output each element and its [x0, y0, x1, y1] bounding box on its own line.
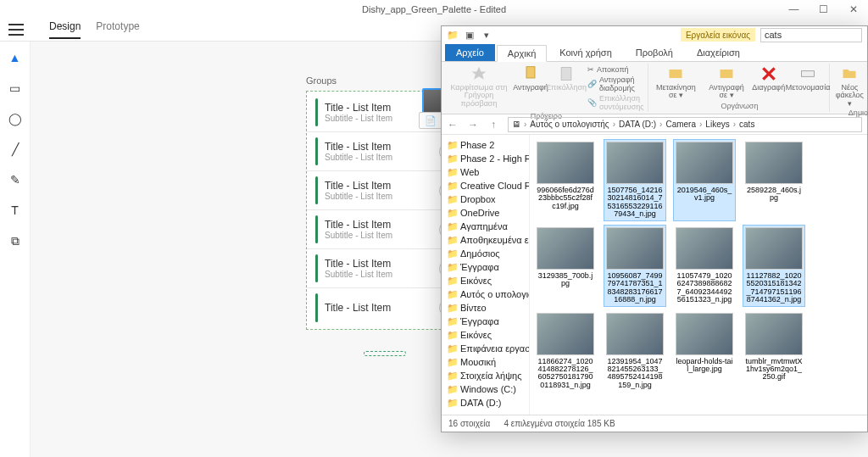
file-name: 11057479_102062473898886827_640923444925… — [676, 272, 733, 304]
file-item[interactable]: 11127882_10205520315181342_7147971511968… — [743, 226, 804, 306]
file-item[interactable]: 996066fe6d276d23bbbc55c2f28fc19f.jpg — [535, 140, 596, 220]
file-item[interactable]: 11057479_102062473898886827_640923444925… — [674, 226, 735, 306]
menu-icon[interactable] — [8, 24, 24, 36]
move-to-button[interactable]: Μετακίνηση σε ▾ — [654, 65, 699, 100]
nav-forward-button[interactable]: → — [467, 119, 479, 131]
pin-button[interactable]: Καρφίτσωμα στη Γρήγορη πρόσβαση — [448, 65, 509, 108]
tree-node[interactable]: 📁DATA (D:) — [442, 396, 529, 410]
pc-icon: 🖥 — [512, 120, 520, 129]
tree-node[interactable]: 📁Αυτός ο υπολογισ — [442, 287, 529, 301]
folder-icon: 📁 — [447, 181, 457, 191]
line-tool[interactable]: ╱ — [8, 142, 23, 157]
delete-button[interactable]: Διαγραφή — [754, 65, 783, 92]
tree-node[interactable]: 📁Δημόσιος — [442, 247, 529, 260]
nav-back-button[interactable]: ← — [447, 119, 459, 131]
rect-tool[interactable]: ▭ — [8, 81, 23, 96]
folder-icon: 📁 — [447, 248, 457, 259]
breadcrumb[interactable]: 🖥 ›Αυτός ο υπολογιστής ›DATA (D:) ›Camer… — [508, 117, 862, 132]
tree-node[interactable]: 📁Phase 2 — [442, 138, 529, 152]
artboard-tool[interactable]: ⧉ — [8, 233, 23, 248]
qat-properties-icon[interactable]: ▣ — [464, 29, 476, 41]
file-item[interactable]: 10956087_749979741787351_183482831766171… — [604, 226, 665, 306]
qat-newfolder-icon[interactable]: ▾ — [481, 29, 492, 41]
file-item[interactable]: leopard-holds-tail_large.jpg — [674, 311, 735, 392]
slider-handle[interactable] — [364, 351, 406, 356]
select-tool[interactable]: ▲ — [8, 50, 23, 65]
copy-to-button[interactable]: Αντιγραφή σε ▾ — [705, 65, 748, 100]
folder-icon: 📁 — [447, 167, 457, 177]
copy-path-button[interactable]: 🔗 Αντιγραφή διαδρομής — [587, 75, 644, 92]
folder-icon: 📁 — [447, 316, 457, 326]
cut-button[interactable]: ✂ Αποκοπή — [587, 65, 644, 74]
tree-node[interactable]: 📁Εικόνες — [442, 328, 529, 342]
file-item[interactable]: 2019546_460s_v1.jpg — [674, 140, 735, 220]
paste-shortcut-button[interactable]: 📎 Επικόλληση συντόμευσης — [587, 94, 644, 111]
file-name: 10956087_749979741787351_183482831766171… — [606, 272, 664, 304]
maximize-button[interactable]: ☐ — [809, 0, 838, 18]
clipboard-mini: ✂ Αποκοπή 🔗 Αντιγραφή διαδρομής 📎 Επικόλ… — [587, 65, 644, 111]
pen-tool[interactable]: ✎ — [8, 172, 23, 187]
file-name: 2019546_460s_v1.jpg — [676, 187, 733, 203]
tree-node[interactable]: 📁OneDrive — [442, 206, 529, 220]
tool-rail: ▲ ▭ ◯ ╱ ✎ T ⧉ — [0, 42, 31, 457]
text-tool[interactable]: T — [8, 203, 23, 218]
file-item[interactable]: 12391954_1047821455263133_48957524141981… — [604, 311, 665, 392]
file-item[interactable]: 3129385_700b.jpg — [535, 226, 596, 306]
tree-node[interactable]: 📁Web — [442, 165, 529, 179]
file-thumbnail — [745, 142, 803, 184]
tree-node[interactable]: 📁Έγγραφα — [442, 260, 529, 274]
folder-icon: 📁 — [447, 276, 457, 286]
tree-node[interactable]: 📁Αποθηκευμένα ε — [442, 233, 529, 247]
tree-node[interactable]: 📁Στοιχεία λήψης — [442, 369, 529, 382]
contextual-tab-image-tools[interactable]: Εργαλεία εικόνας — [681, 28, 755, 42]
tab-view[interactable]: Προβολή — [625, 44, 684, 61]
nav-up-button[interactable]: ↑ — [487, 119, 499, 131]
tree-node[interactable]: 📁Creative Cloud File — [442, 179, 529, 192]
folder-icon: 📁 — [447, 194, 457, 204]
address-bar-row: ← → ↑ 🖥 ›Αυτός ο υπολογιστής ›DATA (D:) … — [442, 114, 867, 135]
file-item[interactable]: 11866274_1020414882278126_60527501817900… — [535, 311, 596, 392]
tab-design[interactable]: Design — [49, 20, 81, 39]
tree-node[interactable]: 📁Έγγραφα — [442, 315, 529, 328]
folder-icon: 📁 — [447, 153, 457, 164]
close-button[interactable]: ✕ — [838, 0, 868, 18]
rename-button[interactable]: Μετονομασία — [790, 65, 826, 92]
tab-file[interactable]: Αρχείο — [445, 44, 495, 61]
ribbon: Καρφίτσωμα στη Γρήγορη πρόσβαση Αντιγραφ… — [442, 62, 867, 114]
tree-node[interactable]: 📁Μουσική — [442, 355, 529, 369]
nav-tree[interactable]: 📁Phase 2📁Phase 2 - High Fi📁Web📁Creative … — [442, 135, 530, 415]
folder-icon: 📁 — [447, 140, 457, 150]
file-name: tumblr_mvtmwtX1hv1sy6m2qo1_250.gif — [745, 358, 803, 382]
file-thumbnail — [606, 142, 664, 184]
explorer-titlebar[interactable]: 📁 ▣ ▾ Εργαλεία εικόνας cats — [442, 26, 867, 43]
tree-node[interactable]: 📁Βίντεο — [442, 301, 529, 315]
folder-icon: 📁 — [447, 343, 457, 354]
tree-node[interactable]: 📁Phase 2 - High Fi — [442, 152, 529, 165]
file-thumbnail — [676, 313, 733, 355]
tree-node[interactable]: 📁Αγαπημένα — [442, 220, 529, 233]
tree-node[interactable]: 📁Επιφάνεια εργασ — [442, 342, 529, 355]
tree-node[interactable]: 📁Εικόνες — [442, 274, 529, 287]
folder-icon: 📁 — [447, 357, 457, 367]
file-name: 3129385_700b.jpg — [537, 272, 594, 288]
tree-node[interactable]: 📁Dropbox — [442, 192, 529, 206]
file-item[interactable]: 1507756_1421630214816014_753165532291167… — [604, 140, 665, 220]
paste-button[interactable]: Επικόλληση — [552, 65, 581, 92]
file-explorer-window[interactable]: 📁 ▣ ▾ Εργαλεία εικόνας cats Αρχείο Αρχικ… — [441, 25, 868, 432]
app-titlebar: Dishy_app_Green_Palette - Edited — ☐ ✕ — [0, 0, 868, 18]
ellipse-tool[interactable]: ◯ — [8, 111, 23, 126]
search-input[interactable]: cats — [760, 28, 862, 42]
tab-share[interactable]: Κοινή χρήση — [548, 44, 623, 61]
minimize-button[interactable]: — — [779, 0, 809, 18]
file-thumbnail — [676, 142, 733, 184]
new-folder-button[interactable]: Νέος φάκελος ▾ — [835, 65, 864, 108]
copy-button[interactable]: Αντιγραφή — [516, 65, 545, 92]
tab-prototype[interactable]: Prototype — [96, 20, 139, 39]
file-item[interactable]: tumblr_mvtmwtX1hv1sy6m2qo1_250.gif — [743, 311, 804, 392]
file-item[interactable]: 2589228_460s.jpg — [743, 140, 804, 220]
svg-rect-2 — [802, 71, 815, 77]
tab-manage[interactable]: Διαχείριση — [686, 44, 751, 61]
file-grid[interactable]: 996066fe6d276d23bbbc55c2f28fc19f.jpg1507… — [530, 135, 867, 415]
tree-node[interactable]: 📁Windows (C:) — [442, 382, 529, 396]
tab-home[interactable]: Αρχική — [497, 45, 547, 62]
